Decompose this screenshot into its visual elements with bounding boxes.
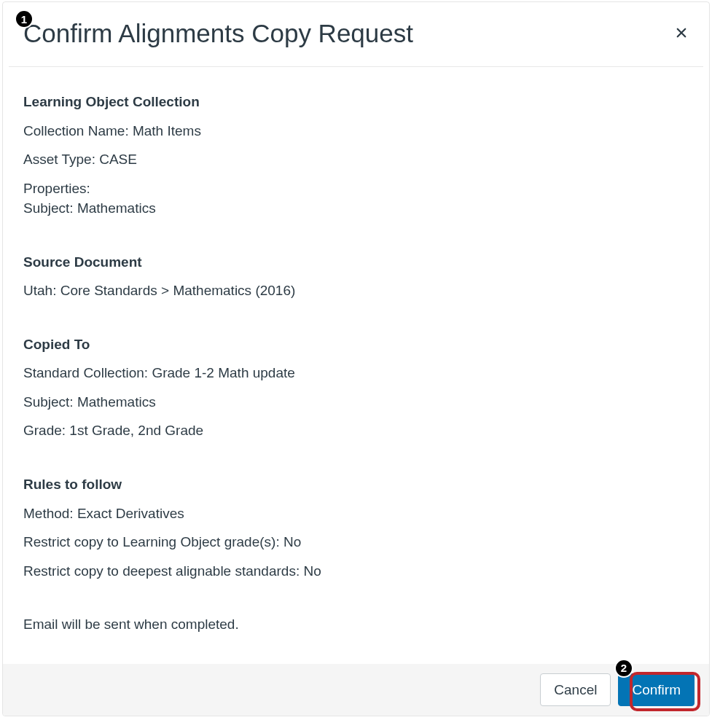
field-collection-name: Collection Name: Math Items xyxy=(23,121,689,141)
field-restrict-grade: Restrict copy to Learning Object grade(s… xyxy=(23,532,689,552)
section-title-rules: Rules to follow xyxy=(23,474,689,495)
section-rules: Rules to follow Method: Exact Derivative… xyxy=(23,474,689,581)
section-learning-object-collection: Learning Object Collection Collection Na… xyxy=(23,92,689,219)
field-asset-type: Asset Type: CASE xyxy=(23,149,689,170)
confirm-button[interactable]: Confirm xyxy=(618,673,695,706)
section-source-document: Source Document Utah: Core Standards > M… xyxy=(23,252,689,301)
section-title-source: Source Document xyxy=(23,252,689,273)
field-standard-collection: Standard Collection: Grade 1-2 Math upda… xyxy=(23,363,689,383)
modal-footer: Cancel Confirm xyxy=(3,664,709,716)
confirm-dialog: 1 Confirm Alignments Copy Request Learni… xyxy=(2,1,710,716)
annotation-badge-2: 2 xyxy=(614,659,633,678)
field-restrict-deepest: Restrict copy to deepest alignable stand… xyxy=(23,561,689,582)
modal-header: Confirm Alignments Copy Request xyxy=(3,2,709,66)
close-icon xyxy=(675,26,688,39)
field-method: Method: Exact Derivatives xyxy=(23,504,689,524)
section-copied-to: Copied To Standard Collection: Grade 1-2… xyxy=(23,334,689,441)
field-properties-group: Properties: Subject: Mathematics xyxy=(23,179,689,219)
completion-note: Email will be sent when completed. xyxy=(23,614,689,635)
field-copied-to-grade: Grade: 1st Grade, 2nd Grade xyxy=(23,420,689,441)
modal-body: Learning Object Collection Collection Na… xyxy=(3,67,709,664)
section-title-copied-to: Copied To xyxy=(23,334,689,355)
cancel-button[interactable]: Cancel xyxy=(540,673,611,706)
annotation-badge-1: 1 xyxy=(15,9,34,28)
field-properties-subject: Subject: Mathematics xyxy=(23,198,689,219)
close-button[interactable] xyxy=(670,21,693,44)
field-properties-label: Properties: xyxy=(23,179,689,199)
modal-title: Confirm Alignments Copy Request xyxy=(23,18,689,49)
section-title-collection: Learning Object Collection xyxy=(23,92,689,112)
field-copied-to-subject: Subject: Mathematics xyxy=(23,392,689,412)
field-source-value: Utah: Core Standards > Mathematics (2016… xyxy=(23,281,689,301)
